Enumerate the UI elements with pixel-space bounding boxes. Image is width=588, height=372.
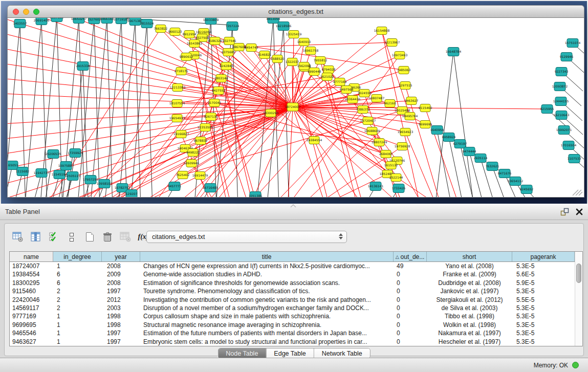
column-header-short[interactable]: short — [427, 252, 512, 261]
table-row[interactable]: 911546021997Tourette syndrome. Phenomeno… — [10, 287, 575, 295]
graph-node[interactable]: 9890612 — [180, 53, 193, 61]
graph-node[interactable]: 6279197 — [453, 140, 467, 148]
graph-node[interactable]: 1297515 — [399, 82, 412, 90]
network-canvas[interactable]: 1403557206914062097133106532571527602646… — [7, 18, 584, 198]
graph-node[interactable]: 6794028 — [322, 66, 336, 74]
import-table-icon[interactable] — [119, 231, 132, 243]
graph-node[interactable]: 9474444 — [463, 147, 476, 156]
column-header-year[interactable]: year — [102, 252, 140, 261]
graph-node[interactable]: 15751074 — [565, 39, 581, 48]
column-header-title[interactable]: title — [140, 252, 394, 261]
graph-node[interactable]: 2915334 — [76, 62, 90, 71]
graph-node[interactable]: 1640910 — [297, 38, 311, 46]
table-row[interactable]: 969969511998Structural magnetic resonanc… — [10, 321, 575, 329]
graph-node[interactable]: 2935114 — [474, 154, 488, 163]
graph-node[interactable]: 7663822 — [154, 25, 168, 33]
graph-node[interactable]: 19384554 — [307, 137, 322, 144]
graph-node[interactable]: 9457771 — [168, 182, 182, 191]
graph-node[interactable]: 1115682 — [16, 167, 30, 176]
graph-node[interactable]: 10958107 — [97, 180, 113, 188]
graph-node[interactable]: 10975887 — [58, 162, 74, 170]
table-row[interactable]: 946554611997Estimation of the future num… — [10, 329, 575, 337]
table-row[interactable]: 977716911998Corpus callosum shape and si… — [10, 312, 575, 320]
graph-node[interactable]: 962160 — [384, 100, 396, 107]
table-row[interactable]: 1872400712008Changes of HCN gene express… — [10, 262, 575, 270]
graph-node[interactable]: 15992071 — [556, 126, 572, 135]
graph-node[interactable]: 9777169 — [333, 78, 347, 86]
table-row[interactable]: 946362711997Embryonic stem cells: a mode… — [10, 338, 575, 346]
graph-node[interactable]: 20691406 — [34, 18, 50, 25]
graph-node[interactable]: 1621022 — [320, 73, 334, 81]
graph-node[interactable]: 12505113 — [65, 172, 81, 181]
graph-node[interactable]: 6497568 — [340, 86, 354, 94]
graph-node[interactable]: 2522144 — [389, 174, 403, 182]
graph-node[interactable]: 7815524 — [140, 19, 154, 28]
graph-node[interactable]: 9227343 — [555, 68, 569, 76]
graph-node[interactable]: 1562098 — [297, 62, 311, 70]
graph-node[interactable]: 9699695 — [419, 121, 432, 128]
graph-node[interactable]: 9129946 — [560, 53, 574, 61]
graph-node[interactable]: 16033809 — [203, 18, 219, 25]
table-row[interactable]: 1938455462009Genome-wide association stu… — [10, 270, 575, 278]
table-select-dropdown[interactable]: citations_edges.txt — [146, 231, 347, 243]
new-document-icon[interactable] — [83, 231, 96, 243]
table-scrollbar[interactable] — [575, 252, 582, 346]
graph-node[interactable]: 10807487 — [369, 95, 385, 102]
graph-node[interactable]: 10654112 — [508, 177, 524, 186]
graph-node[interactable]: 9375685 — [222, 49, 235, 56]
graph-node[interactable]: 7485063 — [397, 67, 411, 74]
graph-node[interactable]: 9245652 — [520, 185, 534, 194]
panel-divider-handle[interactable] — [290, 204, 297, 208]
graph-node[interactable]: 16154808 — [374, 27, 390, 35]
graph-node[interactable]: 12093872 — [552, 82, 568, 91]
graph-node[interactable]: 18107554 — [169, 100, 185, 107]
column-header-name[interactable]: name — [10, 252, 53, 261]
graph-node[interactable]: 1990448 — [308, 68, 321, 76]
graph-node[interactable]: 8186328 — [208, 37, 222, 45]
table-settings-icon[interactable] — [12, 231, 24, 243]
graph-node[interactable]: 2803144 — [214, 75, 228, 82]
graph-node[interactable]: 1588520 — [271, 55, 285, 63]
graph-node[interactable]: 6466160 — [100, 18, 114, 24]
citation-network-graph[interactable]: 1403557206914062097133106532571527602646… — [8, 18, 584, 197]
graph-node[interactable]: 13325419 — [286, 31, 302, 38]
tab-node-table[interactable]: Node Table — [218, 348, 266, 358]
graph-node[interactable]: 8912954 — [183, 31, 197, 38]
graph-node[interactable]: 17359924 — [68, 149, 83, 158]
graph-node[interactable]: 7357224 — [226, 22, 239, 31]
float-panel-icon[interactable] — [560, 208, 570, 216]
column-header-out-degree[interactable]: △out_de... — [394, 252, 427, 261]
close-panel-icon[interactable] — [576, 208, 583, 215]
tab-network-table[interactable]: Network Table — [314, 348, 370, 358]
table-row[interactable]: 2242004622012Investigating the contribut… — [10, 296, 575, 304]
stacked-rows-icon[interactable] — [66, 231, 78, 243]
graph-node[interactable]: 8427552 — [212, 87, 226, 95]
graph-node[interactable]: 1615132 — [384, 162, 398, 169]
graph-node[interactable]: 1527602 — [88, 18, 101, 24]
tab-edge-table[interactable]: Edge Table — [266, 348, 313, 358]
graph-node[interactable]: 8678832 — [194, 137, 208, 145]
graph-node[interactable]: 1403557 — [13, 19, 27, 28]
graph-node[interactable]: 7386372 — [356, 106, 370, 114]
graph-node[interactable]: 2718176 — [175, 68, 188, 75]
graph-node[interactable]: 15716485 — [203, 184, 219, 192]
column-header-pagerank[interactable]: pagerank — [512, 252, 575, 261]
graph-node[interactable]: 1051386 — [249, 192, 263, 198]
graph-node[interactable]: 9463627 — [405, 97, 419, 105]
window-titlebar[interactable]: citations_edges.txt — [7, 5, 584, 18]
graph-node[interactable]: 2684067 — [379, 150, 393, 158]
graph-node[interactable]: 9115460 — [419, 104, 432, 112]
graph-node[interactable]: 8215955 — [540, 105, 554, 114]
graph-node[interactable]: 2097133 — [50, 18, 64, 22]
column-visibility-icon[interactable] — [30, 231, 42, 243]
table-row[interactable]: 1830029562008Estimation of significance … — [10, 279, 575, 287]
graph-node[interactable]: 11942737 — [34, 169, 50, 178]
network-view-window[interactable]: citations_edges.txt 14035572069140620971… — [7, 5, 584, 198]
graph-node[interactable]: 16961758 — [303, 47, 319, 55]
graph-node[interactable]: 1640954 — [430, 126, 444, 135]
graph-node[interactable]: 7632621 — [486, 162, 499, 171]
graph-node[interactable]: 10653257 — [71, 18, 87, 24]
graph-node[interactable]: 16648784 — [446, 48, 462, 56]
graph-node[interactable]: 9146821 — [258, 51, 272, 59]
graph-node[interactable]: 9498222 — [186, 149, 200, 157]
